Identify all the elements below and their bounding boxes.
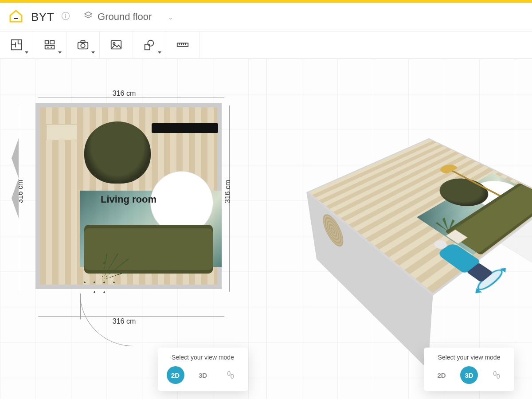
dropdown-caret-icon	[158, 51, 161, 54]
svg-rect-7	[45, 46, 55, 49]
room-3d[interactable]	[306, 138, 532, 296]
camera-tool[interactable]	[66, 31, 100, 58]
avatar-3d[interactable]	[419, 231, 503, 291]
footsteps-icon	[492, 370, 501, 380]
project-title: BYT	[31, 10, 54, 24]
header: BYT Ground floor ⌄	[0, 3, 532, 31]
floor-selector[interactable]: Ground floor ⌄	[77, 8, 180, 26]
room-outline[interactable]: Living room	[35, 103, 222, 289]
app-logo-icon	[8, 8, 24, 26]
svg-point-19	[231, 374, 233, 378]
view-mode-walk-button[interactable]	[488, 366, 505, 384]
image-tool[interactable]	[100, 31, 133, 58]
furniture-tool[interactable]	[33, 31, 66, 58]
view-mode-walk-button[interactable]	[222, 366, 239, 384]
dimension-top: 316 cm	[113, 90, 136, 98]
dropdown-caret-icon	[25, 51, 28, 54]
svg-point-11	[81, 43, 85, 47]
footsteps-icon	[226, 370, 235, 380]
info-icon[interactable]	[61, 12, 70, 22]
svg-rect-6	[50, 41, 54, 44]
room-label[interactable]: Living room	[101, 194, 156, 205]
view-mode-panel-left: Select your view mode 2D 3D	[158, 348, 248, 391]
toolbar	[0, 31, 532, 59]
tv-2d[interactable]	[152, 123, 218, 133]
workspace: 316 cm 316 cm 316 cm 316 cm Living room …	[0, 59, 532, 399]
svg-point-18	[227, 372, 230, 376]
svg-point-9	[51, 47, 52, 48]
view-mode-3d-button[interactable]: 3D	[460, 366, 478, 384]
armchair-2d[interactable]	[84, 121, 151, 184]
floor-label: Ground floor	[98, 11, 152, 23]
measure-tool[interactable]	[166, 31, 200, 58]
svg-point-8	[47, 47, 49, 48]
viewport-2d[interactable]: 316 cm 316 cm 316 cm 316 cm Living room …	[0, 59, 266, 399]
svg-point-21	[497, 374, 500, 378]
svg-point-2	[65, 14, 66, 15]
view-mode-label: Select your view mode	[172, 354, 234, 361]
chevron-down-icon: ⌄	[168, 13, 173, 21]
layers-icon	[83, 11, 93, 23]
plant-3d[interactable]	[423, 216, 473, 249]
dropdown-caret-icon	[91, 51, 95, 54]
shapes-tool[interactable]	[133, 31, 166, 58]
floorplan-2d[interactable]: 316 cm 316 cm 316 cm 316 cm Living room	[27, 94, 222, 289]
dropdown-caret-icon	[58, 51, 62, 54]
view-mode-3d-button[interactable]: 3D	[194, 366, 212, 384]
view-mode-2d-button[interactable]: 2D	[167, 366, 184, 384]
dimension-line	[38, 98, 224, 98]
view-mode-panel-right: Select your view mode 2D 3D	[424, 348, 514, 391]
svg-rect-5	[45, 41, 49, 44]
viewport-3d[interactable]: Select your view mode 2D 3D	[266, 59, 532, 399]
rug-small-2d[interactable]	[46, 124, 77, 140]
door-2d[interactable]	[80, 293, 133, 320]
floorplan-tool[interactable]	[0, 31, 33, 58]
view-mode-2d-button[interactable]: 2D	[433, 366, 450, 384]
svg-rect-0	[14, 18, 18, 19]
svg-rect-17	[177, 43, 188, 47]
dimension-right: 316 cm	[224, 180, 232, 203]
svg-rect-12	[81, 41, 85, 43]
svg-point-14	[113, 43, 115, 44]
window-2d[interactable]	[19, 138, 27, 218]
coffee-table-2d[interactable]	[151, 172, 213, 234]
view-mode-label: Select your view mode	[438, 354, 501, 361]
svg-point-20	[494, 372, 497, 376]
svg-rect-3	[65, 16, 66, 18]
